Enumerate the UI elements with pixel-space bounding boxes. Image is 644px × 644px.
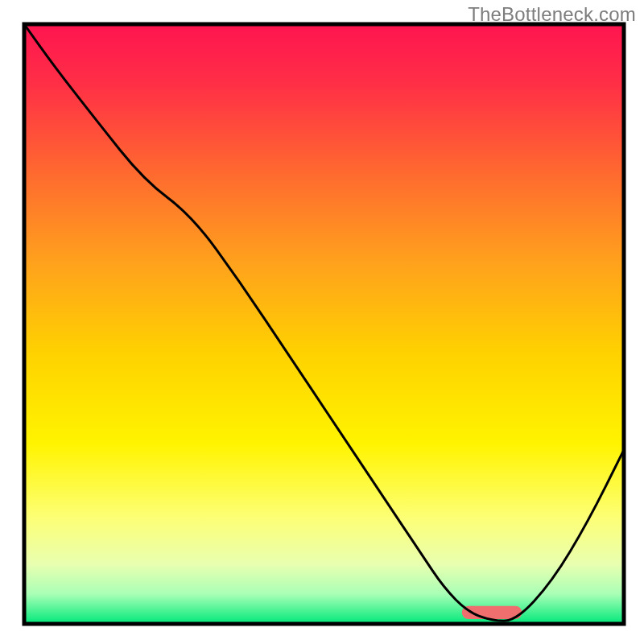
chart-frame: TheBottleneck.com xyxy=(0,0,644,644)
watermark-text: TheBottleneck.com xyxy=(468,3,636,26)
bottleneck-chart xyxy=(0,0,644,644)
chart-background-gradient xyxy=(24,24,624,624)
